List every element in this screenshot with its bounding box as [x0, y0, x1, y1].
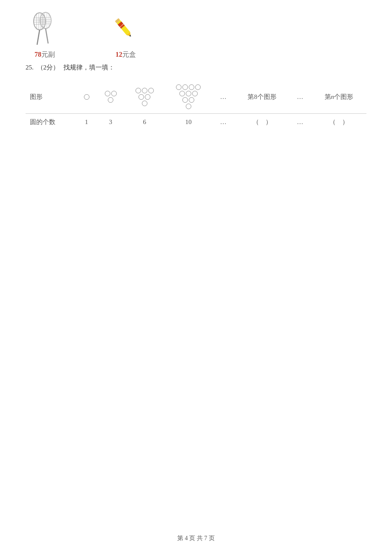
count-4: 10 [164, 114, 213, 131]
pencil-unit: 元盒 [122, 51, 136, 58]
circles-3 [129, 88, 161, 106]
circle [135, 88, 141, 93]
figure-3 [125, 80, 164, 114]
circle [105, 91, 110, 96]
svg-rect-21 [117, 20, 130, 35]
eighth-figure-label: 第8个图形 [234, 80, 289, 114]
question-25: 25. （2分） 找规律，填一填： [26, 64, 366, 72]
circle [186, 91, 191, 96]
badminton-item: 78元副 [26, 9, 64, 59]
circle [186, 104, 191, 109]
blank-nth-text: （ ） [329, 119, 349, 125]
circle [108, 97, 113, 103]
items-section: 78元副 OLIVER [26, 9, 366, 59]
svg-line-9 [37, 30, 40, 45]
circle [138, 94, 144, 100]
count-row: 圆的个数 1 3 6 10 … （ ） … （ ） [26, 114, 366, 131]
circle [142, 88, 147, 93]
circle [148, 88, 154, 93]
count-value-4: 10 [185, 119, 192, 125]
circle [182, 97, 188, 103]
figure-4 [164, 80, 213, 114]
circles-1 [81, 94, 93, 100]
pencil-label: 12元盒 [115, 50, 136, 59]
figure-1 [77, 80, 96, 114]
circle [195, 84, 201, 90]
eighth-label-text: 第8个图形 [248, 93, 277, 100]
svg-point-0 [34, 13, 46, 30]
circle [189, 84, 194, 90]
circle [145, 94, 150, 100]
count-value-2: 3 [109, 119, 112, 125]
badminton-image [26, 9, 64, 47]
count-header-text: 圆的个数 [30, 119, 55, 125]
count-3: 6 [125, 114, 164, 131]
question-number: 25. [26, 64, 34, 71]
pencil-price: 12 [115, 51, 122, 58]
circle [179, 91, 185, 96]
svg-line-19 [46, 29, 48, 43]
question-score: （2分） [37, 64, 60, 71]
circles-4 [167, 84, 210, 109]
badminton-unit: 元副 [41, 51, 55, 58]
nth-figure-label: 第n个图形 [311, 80, 366, 114]
ellipsis-2: … [290, 80, 311, 114]
circles-2 [100, 91, 122, 103]
pencil-item: OLIVER 12元盒 [107, 9, 145, 59]
badminton-price: 78 [35, 51, 41, 58]
figure-header-text: 图形 [30, 93, 43, 100]
figure-2 [96, 80, 125, 114]
blank-8th: （ ） [234, 114, 289, 131]
circle [84, 94, 89, 100]
count-header: 圆的个数 [26, 114, 77, 131]
badminton-label: 78元副 [35, 50, 55, 59]
count-value-3: 6 [143, 119, 147, 125]
circle [142, 101, 147, 106]
blank-nth: （ ） [311, 114, 366, 131]
circle [182, 84, 188, 90]
count-value-1: 1 [85, 119, 88, 125]
count-ellipsis-1: … [213, 114, 234, 131]
blank-8th-text: （ ） [253, 119, 272, 125]
figure-row: 图形 [26, 80, 366, 114]
figure-header: 图形 [26, 80, 77, 114]
circle [111, 91, 117, 96]
page-footer: 第 4 页 共 7 页 [0, 535, 392, 542]
circle [189, 97, 194, 103]
count-1: 1 [77, 114, 96, 131]
circle [192, 91, 198, 96]
circle [176, 84, 182, 90]
footer-text: 第 4 页 共 7 页 [177, 535, 215, 541]
pencil-image: OLIVER [107, 9, 145, 47]
count-2: 3 [96, 114, 125, 131]
pattern-table: 图形 [26, 80, 366, 130]
question-text: 找规律，填一填： [63, 64, 115, 71]
count-ellipsis-2: … [290, 114, 311, 131]
ellipsis-1: … [213, 80, 234, 114]
